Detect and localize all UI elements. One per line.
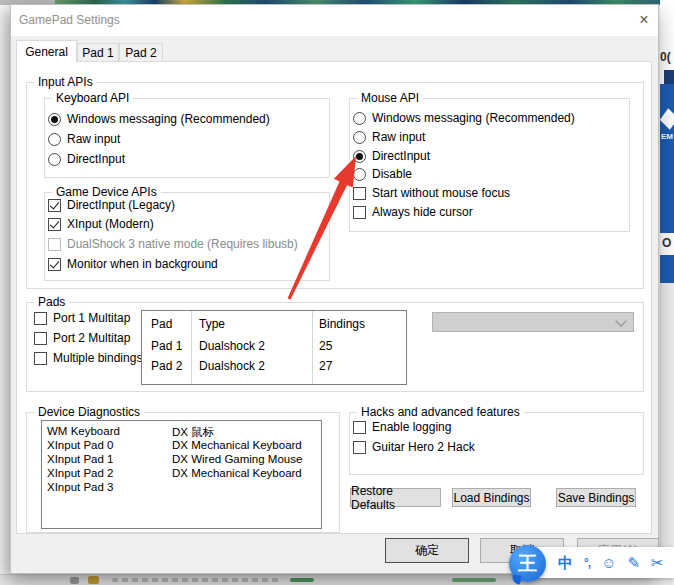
group-input-apis-title: Input APIs [34,75,97,89]
taskbar-icon-fragment [88,576,99,584]
checkbox-label: XInput (Modern) [67,217,154,231]
ime-logo-icon[interactable]: 王 [509,545,546,582]
checkbox-icon[interactable] [353,187,366,200]
table-cell[interactable]: Dualshock 2 [199,339,265,353]
checkbox-icon[interactable] [34,332,47,345]
checkbox-port1-multitap[interactable]: Port 1 Multitap [34,310,130,326]
screen: 0( O EM GamePad Settings × General Pad 1… [0,0,674,585]
list-item[interactable]: WM Keyboard DX 鼠标 [42,425,321,439]
checkbox-label: Always hide cursor [372,205,473,219]
radio-icon[interactable] [48,133,61,146]
checkbox-icon[interactable] [34,352,47,365]
radio-label: DirectInput [372,149,430,163]
device-name: XInput Pad 0 [47,439,114,451]
radio-icon[interactable] [353,168,366,181]
checkbox-dualshock3-native: DualShock 3 native mode (Requires libusb… [48,236,298,252]
ime-language-mode-icon[interactable]: 中 [558,555,573,570]
device-name: DX 鼠标 [172,425,214,440]
radio-label: DirectInput [67,152,125,166]
tab-general[interactable]: General [16,40,77,62]
checkbox-icon[interactable] [353,421,366,434]
load-bindings-button[interactable]: Load Bindings [452,488,531,507]
background-text-fragment: 0( [660,50,671,64]
radio-icon[interactable] [353,150,366,163]
tab-general-label: General [25,45,68,59]
checkbox-port2-multitap[interactable]: Port 2 Multitap [34,330,130,346]
restore-defaults-button[interactable]: Restore Defaults [350,488,441,507]
radio-keyboard-raw-input[interactable]: Raw input [48,131,120,147]
ime-emoji-icon[interactable]: ☺ [601,555,616,570]
radio-keyboard-windows-messaging[interactable]: Windows messaging (Recommended) [48,111,270,127]
tab-pad-1-label: Pad 1 [82,46,113,60]
checkbox-guitar-hero-2-hack[interactable]: Guitar Hero 2 Hack [353,439,475,455]
ime-punctuation-icon[interactable]: °, [584,557,590,569]
group-mouse-api-title: Mouse API [357,91,423,105]
checkbox-label: DualShock 3 native mode (Requires libusb… [67,237,298,251]
tab-pad-2-label: Pad 2 [125,46,156,60]
group-keyboard-api-title: Keyboard API [52,91,133,105]
checkbox-icon [48,238,61,251]
column-separator [191,311,192,384]
table-cell[interactable]: 25 [319,339,332,353]
checkbox-icon[interactable] [48,258,61,271]
checkbox-xinput-modern[interactable]: XInput (Modern) [48,216,154,232]
radio-icon[interactable] [48,153,61,166]
taskbar-text-fragment [112,578,280,582]
taskbar-green-fragment [290,578,314,582]
checkbox-label: Multiple bindings [53,351,142,365]
ime-clipboard-icon[interactable]: ✂ [651,555,664,570]
checkbox-label: Port 2 Multitap [53,331,130,345]
pad-type-dropdown[interactable] [432,312,634,332]
checkbox-icon[interactable] [48,199,61,212]
device-name: WM Keyboard [47,425,120,437]
list-item[interactable]: XInput Pad 3 [42,481,321,495]
radio-label: Raw input [67,132,120,146]
checkbox-label: Port 1 Multitap [53,311,130,325]
close-icon[interactable]: × [630,5,658,35]
save-bindings-button[interactable]: Save Bindings [556,488,636,507]
radio-mouse-windows-messaging[interactable]: Windows messaging (Recommended) [353,110,575,126]
tab-pad-1[interactable]: Pad 1 [77,43,119,62]
checkbox-icon[interactable] [34,312,47,325]
tab-pad-2[interactable]: Pad 2 [119,43,163,62]
checkbox-enable-logging[interactable]: Enable logging [353,419,451,435]
table-cell[interactable]: Pad 1 [151,339,182,353]
list-item[interactable]: XInput Pad 2 DX Mechanical Keyboard [42,467,321,481]
radio-mouse-raw-input[interactable]: Raw input [353,129,425,145]
radio-icon[interactable] [353,112,366,125]
checkbox-icon[interactable] [353,441,366,454]
table-header-pad[interactable]: Pad [151,317,172,331]
device-name: XInput Pad 2 [47,467,114,479]
group-device-diagnostics-title: Device Diagnostics [34,405,144,419]
radio-icon[interactable] [353,131,366,144]
device-name: DX Mechanical Keyboard [172,439,302,451]
radio-keyboard-directinput[interactable]: DirectInput [48,151,125,167]
background-text-fragment: O [662,236,671,250]
checkbox-directinput-legacy[interactable]: DirectInput (Legacy) [48,197,175,213]
checkbox-always-hide-cursor[interactable]: Always hide cursor [353,204,473,220]
checkbox-label: DirectInput (Legacy) [67,198,175,212]
checkbox-label: Monitor when in background [67,257,218,271]
device-diagnostics-list[interactable]: WM Keyboard DX 鼠标 XInput Pad 0 DX Mechan… [41,420,322,529]
list-item[interactable]: XInput Pad 1 DX Wired Gaming Mouse [42,453,321,467]
chevron-down-icon [615,315,626,326]
radio-icon[interactable] [48,113,61,126]
list-item[interactable]: XInput Pad 0 DX Mechanical Keyboard [42,439,321,453]
checkbox-multiple-bindings[interactable]: Multiple bindings [34,350,142,366]
radio-mouse-directinput[interactable]: DirectInput [353,148,430,164]
checkbox-start-without-mouse-focus[interactable]: Start without mouse focus [353,185,510,201]
checkbox-label: Guitar Hero 2 Hack [372,440,475,454]
ime-handwriting-icon[interactable]: ✎ [627,555,640,570]
table-cell[interactable]: Pad 2 [151,359,182,373]
radio-mouse-disable[interactable]: Disable [353,166,412,182]
checkbox-icon[interactable] [48,218,61,231]
table-header-type[interactable]: Type [199,317,225,331]
checkbox-monitor-background[interactable]: Monitor when in background [48,256,218,272]
radio-label: Windows messaging (Recommended) [67,112,270,126]
table-cell[interactable]: 27 [319,359,332,373]
pads-table[interactable]: Pad Type Bindings Pad 1 Dualshock 2 25 P… [141,310,407,385]
ok-button[interactable]: 确定 [385,538,469,563]
table-header-bindings[interactable]: Bindings [319,317,365,331]
table-cell[interactable]: Dualshock 2 [199,359,265,373]
checkbox-icon[interactable] [353,206,366,219]
